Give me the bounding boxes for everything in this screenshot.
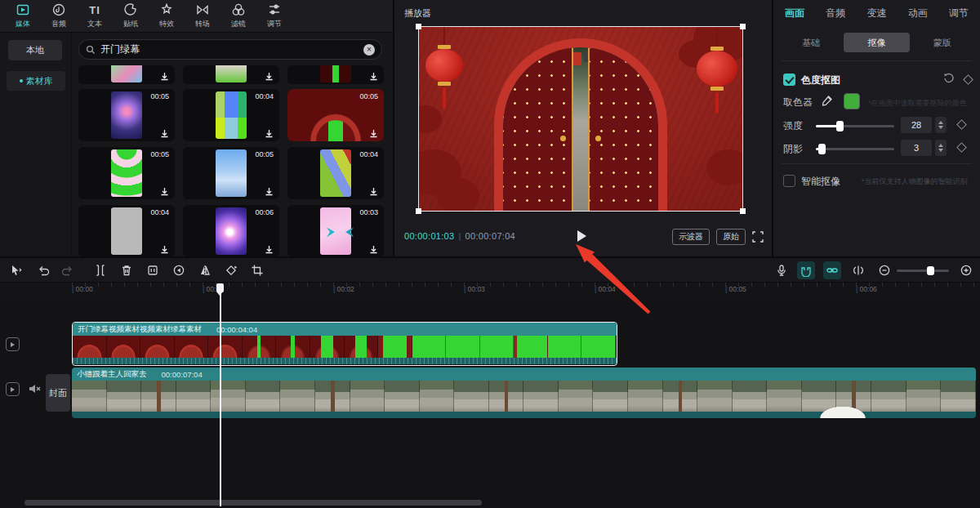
inspector-tab-5[interactable]: 调节: [949, 7, 969, 20]
media-thumbnail: [111, 91, 142, 139]
toolbar-item-media[interactable]: 媒体: [5, 2, 41, 29]
horizontal-scrollbar[interactable]: [24, 500, 482, 506]
delete-icon[interactable]: [118, 261, 136, 279]
download-icon[interactable]: [160, 129, 169, 138]
picked-color-swatch[interactable]: [844, 93, 860, 109]
shadow-value[interactable]: 3: [901, 140, 932, 156]
keyframe-diamond-icon[interactable]: [956, 142, 967, 153]
media-grid-item[interactable]: 00:05: [287, 89, 384, 141]
zoom-out-icon[interactable]: [875, 261, 893, 279]
media-grid-item[interactable]: [78, 65, 175, 84]
media-grid-item[interactable]: [287, 65, 384, 84]
crop-icon[interactable]: [248, 261, 266, 279]
transform-handle[interactable]: [416, 24, 421, 29]
download-icon[interactable]: [369, 129, 378, 138]
undo-icon[interactable]: [34, 261, 52, 279]
timeline-zoom-knob[interactable]: [927, 266, 934, 275]
media-grid-item[interactable]: 00:05: [78, 89, 175, 141]
download-icon[interactable]: [265, 129, 274, 138]
color-picker-row: 取色器 *在画面中选取需要抠除的颜色: [773, 94, 980, 112]
shadow-stepper[interactable]: [935, 140, 947, 156]
download-icon[interactable]: [265, 245, 274, 254]
toolbar-item-filter[interactable]: 滤镜: [220, 2, 256, 29]
download-icon[interactable]: [265, 187, 274, 196]
download-icon[interactable]: [160, 245, 169, 254]
media-grid-item[interactable]: 00:05: [183, 147, 279, 199]
media-grid-item[interactable]: [183, 65, 279, 84]
clear-search-icon[interactable]: ×: [363, 44, 375, 56]
media-grid-item[interactable]: 00:03: [287, 205, 384, 256]
toolbar-item-text[interactable]: TI文本: [77, 2, 113, 29]
playhead-line[interactable]: [220, 283, 221, 506]
reset-icon[interactable]: [943, 73, 955, 84]
reverse-icon[interactable]: [170, 261, 188, 279]
strength-stepper[interactable]: [935, 117, 947, 133]
redo-icon[interactable]: [59, 261, 77, 279]
link-toggle-icon[interactable]: [823, 261, 841, 279]
transform-handle[interactable]: [740, 208, 746, 214]
timeline-clip-greenscreen[interactable]: 开门绿幕视频素材视频素材绿幕素材 00:00:04:04: [72, 322, 617, 366]
cover-button[interactable]: 封面: [46, 374, 70, 412]
inspector-subtab-2[interactable]: 抠像: [844, 33, 909, 52]
media-grid-item[interactable]: 00:04: [78, 205, 175, 256]
split-icon[interactable]: [91, 261, 109, 279]
scope-button[interactable]: 示波器: [672, 229, 710, 245]
timeline-zoom-slider[interactable]: [897, 270, 949, 272]
magnet-toggle-icon[interactable]: [797, 261, 815, 279]
mute-speaker-icon[interactable]: [28, 382, 41, 395]
eyedropper-icon[interactable]: [821, 95, 833, 107]
media-grid-item[interactable]: 00:05: [78, 147, 175, 199]
strength-slider-knob[interactable]: [836, 121, 844, 131]
track1-toggle-icon[interactable]: [6, 337, 20, 351]
inspector-tab-4[interactable]: 动画: [908, 7, 928, 20]
toolbar-item-effects[interactable]: 特效: [149, 2, 185, 29]
inspector-subtab-3[interactable]: 蒙版: [910, 33, 975, 52]
chroma-key-checkbox[interactable]: [783, 74, 795, 86]
smart-cutout-checkbox[interactable]: [783, 175, 795, 187]
transform-handle[interactable]: [416, 208, 421, 214]
preview-axis-icon[interactable]: [849, 261, 867, 279]
download-icon[interactable]: [265, 72, 274, 81]
mic-icon[interactable]: [773, 261, 791, 279]
playhead-handle[interactable]: [216, 283, 224, 292]
shadow-slider[interactable]: [816, 148, 894, 150]
media-grid-item[interactable]: 00:06: [183, 205, 279, 256]
download-icon[interactable]: [160, 72, 169, 81]
freeze-frame-icon[interactable]: [144, 261, 162, 279]
keyframe-diamond-icon[interactable]: [963, 74, 973, 85]
inspector-tab-1[interactable]: 画面: [785, 7, 804, 20]
keyframe-diamond-icon[interactable]: [956, 119, 967, 130]
select-tool-icon[interactable]: [7, 261, 24, 279]
strength-value[interactable]: 28: [901, 117, 932, 133]
toolbar-item-sticker[interactable]: 贴纸: [113, 2, 149, 29]
transform-handle[interactable]: [740, 24, 746, 29]
timeline-clip-main-video[interactable]: 小猫跟着主人回家去 00:00:07:04: [72, 368, 976, 418]
zoom-in-icon[interactable]: [957, 261, 975, 279]
rotate-icon[interactable]: [222, 261, 240, 279]
media-grid-item[interactable]: 00:04: [287, 147, 384, 199]
strength-slider[interactable]: [816, 125, 894, 127]
download-icon[interactable]: [369, 72, 378, 81]
fullscreen-icon[interactable]: [752, 231, 764, 243]
sidebar-item-stock[interactable]: 素材库: [7, 71, 65, 91]
inspector-tab-2[interactable]: 音频: [826, 7, 845, 20]
search-input[interactable]: [100, 44, 359, 56]
toolbar-item-transition[interactable]: 转场: [185, 2, 220, 29]
toolbar-item-adjust[interactable]: 调节: [256, 2, 292, 29]
media-grid-item[interactable]: 00:04: [183, 89, 279, 141]
play-button[interactable]: [576, 229, 590, 244]
timeline-ruler[interactable]: 00:0000:0100:0200:0300:0400:0500:06: [0, 283, 980, 296]
mirror-icon[interactable]: [196, 261, 214, 279]
clip2-duration: 00:00:07:04: [162, 370, 203, 379]
download-icon[interactable]: [160, 187, 169, 196]
track2-toggle-icon[interactable]: [6, 382, 20, 396]
inspector-subtab-1[interactable]: 基础: [778, 33, 844, 52]
preview-canvas[interactable]: [419, 27, 742, 211]
sidebar-item-local[interactable]: 本地: [8, 40, 62, 60]
toolbar-item-audio[interactable]: 音频: [41, 2, 77, 29]
download-icon[interactable]: [369, 187, 378, 196]
original-button[interactable]: 原始: [716, 229, 746, 245]
shadow-slider-knob[interactable]: [818, 144, 826, 154]
download-icon[interactable]: [369, 245, 378, 254]
inspector-tab-3[interactable]: 变速: [867, 7, 887, 20]
